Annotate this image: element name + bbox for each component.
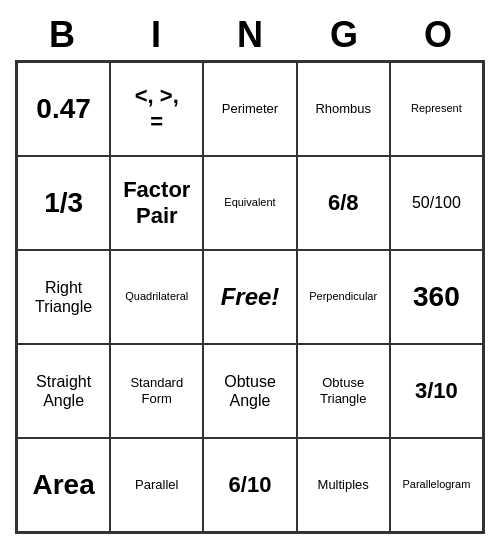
cell-1-3: 6/8 — [297, 156, 390, 250]
cell-text: Area — [32, 468, 94, 502]
cell-text: Equivalent — [224, 196, 275, 209]
cell-1-1: FactorPair — [110, 156, 203, 250]
cell-2-0: RightTriangle — [17, 250, 110, 344]
cell-text: FactorPair — [123, 177, 190, 230]
cell-4-4: Parallelogram — [390, 438, 483, 532]
cell-text: 6/8 — [328, 190, 359, 216]
cell-1-2: Equivalent — [203, 156, 296, 250]
cell-text: StraightAngle — [36, 372, 91, 410]
cell-text: Perimeter — [222, 101, 278, 117]
cell-0-3: Rhombus — [297, 62, 390, 156]
cell-text: Parallelogram — [402, 478, 470, 491]
cell-3-4: 3/10 — [390, 344, 483, 438]
cell-text: 6/10 — [229, 472, 272, 498]
cell-0-2: Perimeter — [203, 62, 296, 156]
cell-text: 1/3 — [44, 186, 83, 220]
cell-3-2: ObtuseAngle — [203, 344, 296, 438]
cell-text: Parallel — [135, 477, 178, 493]
cell-text: Quadrilateral — [125, 290, 188, 303]
cell-4-1: Parallel — [110, 438, 203, 532]
cell-2-4: 360 — [390, 250, 483, 344]
cell-text: 0.47 — [36, 92, 91, 126]
cell-text: Perpendicular — [309, 290, 377, 303]
cell-text: Represent — [411, 102, 462, 115]
cell-3-3: ObtuseTriangle — [297, 344, 390, 438]
cell-text: Rhombus — [315, 101, 371, 117]
cell-text: StandardForm — [130, 375, 183, 406]
cell-text: Free! — [221, 283, 280, 312]
cell-0-0: 0.47 — [17, 62, 110, 156]
bingo-header: BINGO — [15, 10, 485, 60]
cell-text: ObtuseTriangle — [320, 375, 366, 406]
cell-text: <, >,= — [135, 83, 179, 136]
header-letter: B — [15, 10, 109, 60]
header-letter: G — [297, 10, 391, 60]
cell-3-1: StandardForm — [110, 344, 203, 438]
cell-1-0: 1/3 — [17, 156, 110, 250]
cell-4-0: Area — [17, 438, 110, 532]
cell-text: ObtuseAngle — [224, 372, 276, 410]
cell-2-2: Free! — [203, 250, 296, 344]
cell-0-4: Represent — [390, 62, 483, 156]
cell-3-0: StraightAngle — [17, 344, 110, 438]
cell-text: 360 — [413, 280, 460, 314]
cell-text: RightTriangle — [35, 278, 92, 316]
cell-text: 50/100 — [412, 193, 461, 212]
header-letter: O — [391, 10, 485, 60]
header-letter: N — [203, 10, 297, 60]
cell-2-1: Quadrilateral — [110, 250, 203, 344]
cell-1-4: 50/100 — [390, 156, 483, 250]
cell-4-2: 6/10 — [203, 438, 296, 532]
cell-text: Multiples — [318, 477, 369, 493]
cell-0-1: <, >,= — [110, 62, 203, 156]
cell-text: 3/10 — [415, 378, 458, 404]
cell-4-3: Multiples — [297, 438, 390, 532]
cell-2-3: Perpendicular — [297, 250, 390, 344]
header-letter: I — [109, 10, 203, 60]
bingo-grid: 0.47<, >,=PerimeterRhombusRepresent1/3Fa… — [15, 60, 485, 534]
